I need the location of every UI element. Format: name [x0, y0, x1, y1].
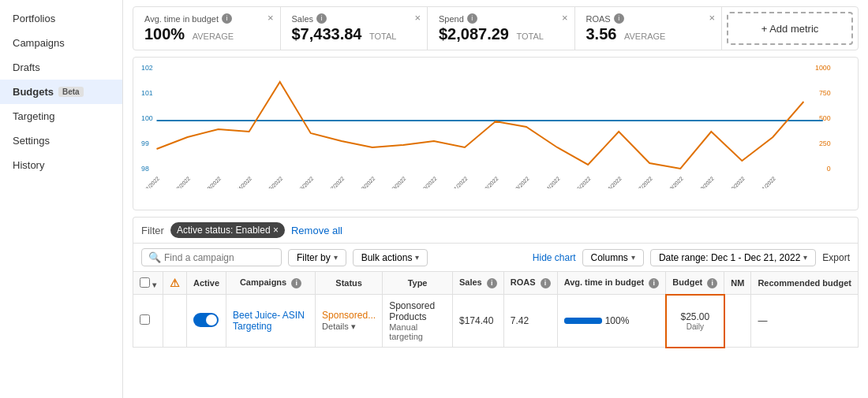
svg-text:12/1/2022: 12/1/2022 — [141, 176, 160, 188]
row-checkbox[interactable] — [140, 314, 150, 325]
col-status: Status — [316, 272, 383, 295]
search-input[interactable] — [164, 252, 275, 263]
svg-text:0: 0 — [827, 165, 831, 173]
svg-text:750: 750 — [819, 89, 831, 97]
metric-value-sales: $7,433.84 TOTAL — [292, 25, 417, 43]
date-range-button[interactable]: Date range: Dec 1 - Dec 21, 2022 ▾ — [650, 249, 816, 266]
info-icon-budget-col[interactable]: i — [707, 278, 717, 288]
metric-card-sales: Sales i $7,433.84 TOTAL × — [281, 7, 428, 50]
col-type: Type — [383, 272, 453, 295]
row-status-cell: Sponsored... Details ▾ — [316, 295, 383, 348]
row-nm-cell — [724, 295, 751, 348]
close-metric-roas[interactable]: × — [709, 12, 715, 24]
sidebar-item-label: Settings — [13, 135, 50, 147]
metric-card-roas: ROAS i 3.56 AVERAGE × — [575, 7, 723, 50]
info-icon-avg-time[interactable]: i — [222, 13, 232, 24]
col-checkbox: ▾ — [133, 272, 163, 295]
row-roas-cell: 7.42 — [503, 295, 557, 348]
columns-button[interactable]: Columns ▾ — [582, 249, 644, 266]
svg-text:12/7/2022: 12/7/2022 — [324, 176, 345, 188]
bulk-actions-button[interactable]: Bulk actions ▾ — [353, 249, 428, 266]
chevron-down-icon: ▾ — [631, 253, 635, 262]
col-recommended-budget: Recommended budget — [751, 272, 859, 295]
metric-title-avg-time: Avg. time in budget i — [144, 13, 269, 24]
col-budget: Budget i — [666, 272, 724, 295]
sidebar-item-settings[interactable]: Settings — [0, 128, 122, 153]
type-line2: Manual targeting — [389, 322, 446, 341]
budget-value: $25.00 — [673, 311, 717, 322]
sidebar-item-label: Budgets — [13, 86, 54, 98]
info-icon-avg-time-col[interactable]: i — [649, 278, 659, 288]
row-budget-cell: $25.00 Daily — [666, 295, 724, 348]
svg-text:98: 98 — [141, 165, 149, 173]
col-sales: Sales i — [452, 272, 503, 295]
svg-text:12/21/2022: 12/21/2022 — [754, 176, 776, 188]
svg-text:1000: 1000 — [815, 64, 831, 72]
metric-title-sales: Sales i — [292, 13, 417, 24]
row-recommended-cell: — — [751, 295, 859, 348]
sidebar-item-campaigns[interactable]: Campaigns — [0, 31, 122, 55]
main-content: Avg. time in budget i 100% AVERAGE × Sal… — [123, 0, 868, 398]
search-box[interactable]: 🔍 — [141, 248, 282, 266]
sidebar-item-drafts[interactable]: Drafts — [0, 55, 122, 80]
sidebar-item-history[interactable]: History — [0, 153, 122, 177]
beta-badge: Beta — [58, 87, 84, 97]
active-toggle[interactable] — [193, 313, 219, 327]
campaign-link[interactable]: Beet Juice- ASIN Targeting — [233, 310, 305, 332]
table-row: Beet Juice- ASIN Targeting Sponsored... … — [133, 295, 859, 348]
close-metric-sales[interactable]: × — [414, 12, 421, 24]
chevron-down-icon[interactable]: ▾ — [152, 281, 156, 289]
add-metric-button[interactable]: + Add metric — [727, 12, 853, 45]
row-sales-cell: $174.40 — [452, 295, 503, 348]
svg-text:101: 101 — [141, 89, 153, 97]
svg-text:12/20/2022: 12/20/2022 — [723, 176, 746, 188]
close-metric-avg-time[interactable]: × — [268, 12, 274, 24]
select-all-checkbox[interactable] — [140, 277, 150, 288]
col-avg-time: Avg. time in budget i — [557, 272, 666, 295]
col-roas: ROAS i — [503, 272, 557, 295]
metric-card-spend: Spend i $2,087.29 TOTAL × — [428, 7, 575, 50]
sponsored-status-link[interactable]: Sponsored... — [322, 310, 376, 321]
chevron-down-icon: ▾ — [415, 253, 419, 262]
svg-text:12/14/2022: 12/14/2022 — [538, 176, 561, 188]
svg-text:12/8/2022: 12/8/2022 — [355, 176, 376, 188]
filter-bar: Filter Active status: Enabled × Remove a… — [133, 217, 859, 243]
chevron-down-icon: ▾ — [334, 253, 338, 262]
avg-time-value: 100% — [605, 315, 630, 326]
svg-text:12/18/2022: 12/18/2022 — [661, 176, 684, 188]
svg-text:12/13/2022: 12/13/2022 — [507, 176, 530, 188]
chart-svg: 102 101 100 99 98 1000 750 500 250 0 12/… — [141, 62, 850, 188]
sidebar-item-portfolios[interactable]: Portfolios — [0, 6, 122, 31]
hide-chart-button[interactable]: Hide chart — [533, 252, 576, 263]
row-type-cell: Sponsored Products Manual targeting — [383, 295, 453, 348]
info-icon-campaigns[interactable]: i — [291, 278, 301, 288]
svg-text:12/4/2022: 12/4/2022 — [232, 176, 253, 188]
svg-text:12/11/2022: 12/11/2022 — [446, 176, 469, 188]
row-campaign-cell: Beet Juice- ASIN Targeting — [226, 295, 316, 348]
metric-value-avg-time: 100% AVERAGE — [144, 25, 269, 43]
info-icon-roas[interactable]: i — [614, 13, 624, 24]
chevron-down-icon: ▾ — [803, 253, 807, 262]
metric-card-avg-time: Avg. time in budget i 100% AVERAGE × — [133, 7, 281, 50]
sidebar-item-label: Campaigns — [13, 37, 65, 49]
info-icon-roas-col[interactable]: i — [541, 278, 551, 288]
metric-title-spend: Spend i — [439, 13, 563, 24]
svg-text:102: 102 — [141, 64, 153, 72]
metric-title-roas: ROAS i — [586, 13, 711, 24]
close-metric-spend[interactable]: × — [562, 12, 568, 24]
row-avg-time-cell: 100% — [557, 295, 666, 348]
export-button[interactable]: Export — [822, 252, 850, 263]
filter-by-button[interactable]: Filter by ▾ — [288, 249, 346, 266]
status-details[interactable]: Details ▾ — [322, 322, 356, 331]
row-active-cell — [187, 295, 226, 348]
sidebar-item-budgets[interactable]: Budgets Beta — [0, 80, 122, 104]
col-active: Active — [187, 272, 226, 295]
type-line1: Sponsored Products — [389, 300, 446, 322]
info-icon-sales[interactable]: i — [316, 13, 327, 24]
filter-chip-active-status[interactable]: Active status: Enabled × — [170, 222, 285, 238]
info-icon-sales-col[interactable]: i — [487, 278, 497, 288]
info-icon-spend[interactable]: i — [467, 13, 477, 24]
remove-all-link[interactable]: Remove all — [291, 225, 342, 236]
table-toolbar: 🔍 Filter by ▾ Bulk actions ▾ Hide chart … — [133, 243, 859, 272]
sidebar-item-targeting[interactable]: Targeting — [0, 104, 122, 128]
